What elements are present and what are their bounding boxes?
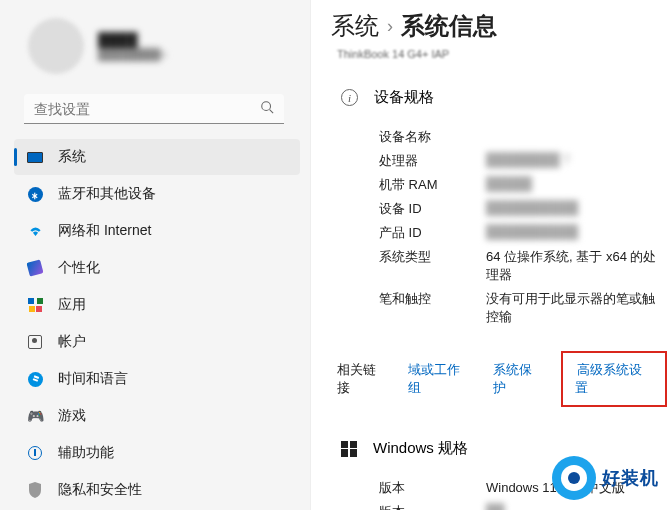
nav-time[interactable]: 时间和语言 [14, 361, 300, 397]
spec-value: ████████ T [486, 152, 667, 170]
accessibility-icon [26, 444, 44, 462]
clock-icon [26, 370, 44, 388]
nav-label: 系统 [58, 148, 86, 166]
device-specs-header[interactable]: i 设备规格 [331, 80, 667, 125]
avatar [28, 18, 84, 74]
user-sub: ████████n [98, 48, 166, 60]
wifi-icon [26, 222, 44, 240]
nav-label: 辅助功能 [58, 444, 114, 462]
user-info: ████ ████████n [98, 32, 166, 60]
search-wrap [0, 94, 310, 138]
breadcrumb-parent[interactable]: 系统 [331, 10, 379, 42]
spec-label: 系统类型 [379, 248, 486, 284]
watermark-text: 好装机 [602, 466, 659, 490]
svg-line-1 [270, 110, 274, 114]
nav-label: 个性化 [58, 259, 100, 277]
user-name: ████ [98, 32, 166, 48]
spec-label: 设备 ID [379, 200, 486, 218]
search-icon [260, 100, 274, 117]
breadcrumb: 系统 › 系统信息 [331, 10, 667, 48]
link-domain[interactable]: 域或工作组 [406, 357, 469, 401]
spec-value: ██ [486, 503, 667, 510]
account-icon [26, 333, 44, 351]
spec-value: ██████████ [486, 200, 667, 218]
bluetooth-icon: ⁎ [26, 185, 44, 203]
nav-privacy[interactable]: 隐私和安全性 [14, 472, 300, 508]
link-protection[interactable]: 系统保护 [491, 357, 542, 401]
spec-row-cpu: 处理器 ████████ T [379, 149, 667, 173]
spec-label: 笔和触控 [379, 290, 486, 326]
chevron-right-icon: › [387, 16, 393, 37]
device-model: ThinkBook 14 G4+ IAP [331, 48, 667, 60]
watermark: 好装机 [552, 456, 659, 500]
user-section[interactable]: ████ ████████n [0, 8, 310, 94]
main-content: 系统 › 系统信息 ThinkBook 14 G4+ IAP i 设备规格 设备… [310, 0, 667, 510]
link-advanced[interactable]: 高级系统设置 [575, 358, 642, 399]
spec-value: ██████████ [486, 224, 667, 242]
gamepad-icon: 🎮 [26, 407, 44, 425]
nav: 系统 ⁎ 蓝牙和其他设备 网络和 Internet 个性化 应用 帐户 时间和语… [0, 139, 310, 508]
nav-label: 蓝牙和其他设备 [58, 185, 156, 203]
system-icon [26, 148, 44, 166]
nav-apps[interactable]: 应用 [14, 287, 300, 323]
spec-row-pen-touch: 笔和触控 没有可用于此显示器的笔或触控输 [379, 287, 667, 329]
related-links: 相关链接 域或工作组 系统保护 高级系统设置 [331, 329, 667, 421]
apps-icon [26, 296, 44, 314]
spec-value: 64 位操作系统, 基于 x64 的处理器 [486, 248, 667, 284]
nav-network[interactable]: 网络和 Internet [14, 213, 300, 249]
spec-row-system-type: 系统类型 64 位操作系统, 基于 x64 的处理器 [379, 245, 667, 287]
nav-label: 隐私和安全性 [58, 481, 142, 499]
spec-value: █████ [486, 176, 667, 194]
spec-row-ram: 机带 RAM █████ [379, 173, 667, 197]
links-label: 相关链接 [337, 361, 384, 397]
spec-value [486, 128, 667, 146]
nav-system[interactable]: 系统 [14, 139, 300, 175]
spec-row-product-id: 产品 ID ██████████ [379, 221, 667, 245]
spec-label: 机带 RAM [379, 176, 486, 194]
sidebar: ████ ████████n 系统 ⁎ 蓝牙和其他设备 网络和 Internet [0, 0, 310, 510]
section-title: Windows 规格 [373, 439, 468, 458]
brush-icon [26, 259, 44, 277]
section-title: 设备规格 [374, 88, 434, 107]
nav-label: 游戏 [58, 407, 86, 425]
spec-value: 没有可用于此显示器的笔或触控输 [486, 290, 667, 326]
spec-label: 处理器 [379, 152, 486, 170]
spec-label: 设备名称 [379, 128, 486, 146]
nav-accounts[interactable]: 帐户 [14, 324, 300, 360]
spec-label: 版本 [379, 479, 486, 497]
spec-label: 产品 ID [379, 224, 486, 242]
nav-label: 帐户 [58, 333, 86, 351]
watermark-logo-icon [552, 456, 596, 500]
nav-gaming[interactable]: 🎮 游戏 [14, 398, 300, 434]
info-icon: i [341, 89, 358, 106]
windows-icon [341, 441, 357, 457]
highlight-box: 高级系统设置 [561, 351, 667, 407]
search-box[interactable] [24, 94, 284, 124]
spec-row-device-name: 设备名称 [379, 125, 667, 149]
nav-personalize[interactable]: 个性化 [14, 250, 300, 286]
nav-label: 网络和 Internet [58, 222, 151, 240]
svg-point-0 [262, 102, 271, 111]
search-input[interactable] [34, 101, 260, 117]
breadcrumb-current: 系统信息 [401, 10, 497, 42]
device-specs-table: 设备名称 处理器 ████████ T 机带 RAM █████ 设备 ID █… [331, 125, 667, 329]
spec-row-device-id: 设备 ID ██████████ [379, 197, 667, 221]
nav-label: 应用 [58, 296, 86, 314]
spec-label: 版本 [379, 503, 486, 510]
nav-accessibility[interactable]: 辅助功能 [14, 435, 300, 471]
nav-bluetooth[interactable]: ⁎ 蓝牙和其他设备 [14, 176, 300, 212]
spec-row-version: 版本 ██ [379, 500, 667, 510]
shield-icon [26, 481, 44, 499]
nav-label: 时间和语言 [58, 370, 128, 388]
